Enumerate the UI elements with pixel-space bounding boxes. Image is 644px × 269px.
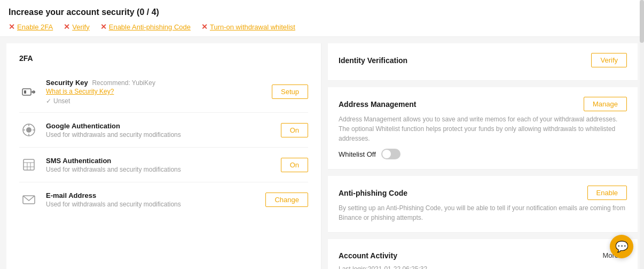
page-title: Increase your account security (0 / 4) (9, 7, 635, 17)
email-auth-info: E-mail Address Used for withdrawals and … (46, 191, 265, 208)
google-auth-title: Google Authentication (46, 122, 281, 130)
sms-auth-desc: Used for withdrawals and security modifi… (46, 166, 281, 173)
link-enable-2fa: ✕ Enable 2FA (9, 22, 53, 31)
address-title: Address Management (339, 100, 416, 109)
progress-total: 4 (152, 7, 156, 17)
address-desc: Address Management allows you to save an… (339, 114, 627, 143)
chat-button[interactable]: 💬 (610, 235, 633, 258)
right-panel: Identity Verification Verify Address Man… (321, 43, 638, 269)
scrollbar-thumb[interactable] (640, 0, 644, 43)
google-auth-desc: Used for withdrawals and security modifi… (46, 131, 281, 139)
antiphishing-title: Anti-phishing Code (339, 189, 407, 197)
address-manage-button[interactable]: Manage (584, 97, 627, 111)
last-login: Last login:2021-01-22 06:25:32 (339, 265, 627, 269)
left-panel: 2FA Security Key Recommend: YubiKey What… (6, 43, 321, 269)
x-icon-whitelist: ✕ (201, 22, 208, 31)
google-auth-icon (19, 120, 38, 140)
antiphishing-desc: By setting up an Anti-Phishing Code, you… (339, 203, 627, 222)
security-key-status: ✓ Unset (46, 97, 272, 105)
sms-auth-info: SMS Authentication Used for withdrawals … (46, 157, 281, 173)
x-icon-antiphish: ✕ (100, 22, 107, 31)
security-links: ✕ Enable 2FA ✕ Verify ✕ Enable Anti-phis… (9, 22, 635, 31)
svg-rect-10 (23, 159, 34, 170)
whitelist-toggle[interactable] (381, 149, 400, 159)
email-change-button[interactable]: Change (265, 193, 308, 207)
x-icon-2fa: ✕ (9, 22, 15, 31)
link-verify-anchor[interactable]: Verify (72, 23, 90, 31)
left-panel-title: 2FA (19, 54, 308, 63)
google-auth-info: Google Authentication Used for withdrawa… (46, 122, 281, 139)
check-icon: ✓ (46, 97, 51, 105)
activity-header: Account Activity More (339, 249, 627, 262)
auth-item-google: Google Authentication Used for withdrawa… (19, 113, 308, 148)
antiphishing-card: Anti-phishing Code Enable By setting up … (328, 176, 638, 233)
x-icon-verify: ✕ (64, 22, 70, 31)
chat-icon: 💬 (615, 240, 629, 253)
email-icon (19, 190, 38, 209)
svg-point-5 (26, 127, 32, 133)
security-key-info: Security Key Recommend: YubiKey What is … (46, 79, 272, 105)
auth-item-security-key: Security Key Recommend: YubiKey What is … (19, 71, 308, 113)
whitelist-row: Whitelist Off (339, 149, 627, 159)
main-content: 2FA Security Key Recommend: YubiKey What… (0, 37, 644, 269)
auth-item-email: E-mail Address Used for withdrawals and … (19, 182, 308, 217)
security-key-title: Security Key Recommend: YubiKey (46, 79, 272, 87)
security-key-recommend: Recommend: YubiKey (92, 79, 155, 87)
antiphishing-enable-button[interactable]: Enable (587, 186, 627, 200)
svg-rect-0 (22, 89, 31, 95)
address-card: Address Management Manage Address Manage… (328, 87, 638, 170)
scrollbar-track[interactable] (640, 0, 644, 269)
security-key-setup-button[interactable]: Setup (272, 84, 308, 99)
link-verify: ✕ Verify (64, 22, 90, 31)
link-anti-phishing: ✕ Enable Anti-phishing Code (100, 22, 191, 31)
link-withdrawal-whitelist-anchor[interactable]: Turn-on withdrawal whitelist (210, 23, 295, 31)
progress-current: 0 (139, 7, 144, 17)
sms-auth-icon (19, 155, 38, 174)
address-header: Address Management Manage (339, 97, 627, 111)
sms-auth-button[interactable]: On (281, 158, 308, 172)
google-auth-button[interactable]: On (281, 123, 308, 137)
activity-card: Account Activity More Last login:2021-01… (328, 239, 638, 269)
top-bar: Increase your account security (0 / 4) ✕… (0, 0, 644, 37)
identity-card: Identity Verification Verify (328, 43, 638, 81)
link-enable-2fa-anchor[interactable]: Enable 2FA (17, 23, 53, 31)
security-key-link[interactable]: What is a Security Key? (46, 88, 272, 95)
whitelist-label: Whitelist Off (339, 150, 376, 158)
email-auth-title: E-mail Address (46, 191, 265, 199)
identity-verify-button[interactable]: Verify (591, 53, 627, 67)
identity-title: Identity Verification (339, 56, 407, 65)
identity-header: Identity Verification Verify (339, 53, 627, 67)
activity-title: Account Activity (339, 251, 397, 260)
svg-rect-1 (24, 90, 26, 94)
security-key-icon (19, 82, 38, 102)
link-withdrawal-whitelist: ✕ Turn-on withdrawal whitelist (201, 22, 295, 31)
email-auth-desc: Used for withdrawals and security modifi… (46, 201, 265, 208)
sms-auth-title: SMS Authentication (46, 157, 281, 165)
auth-item-sms: SMS Authentication Used for withdrawals … (19, 148, 308, 182)
link-anti-phishing-anchor[interactable]: Enable Anti-phishing Code (109, 23, 191, 31)
antiphishing-header: Anti-phishing Code Enable (339, 186, 627, 200)
